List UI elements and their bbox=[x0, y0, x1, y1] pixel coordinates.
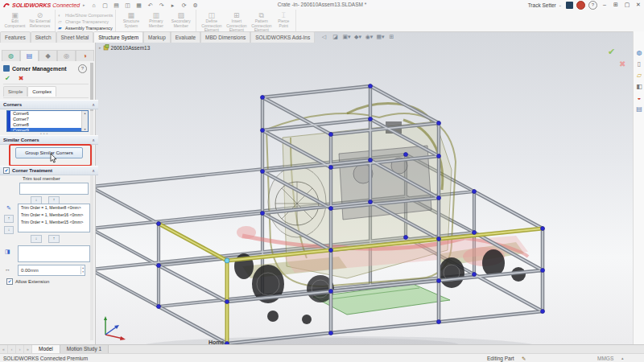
group-similar-corners-button[interactable]: Group Similar Corners bbox=[15, 147, 83, 158]
minimize-button[interactable]: – bbox=[599, 0, 610, 10]
design-library-icon[interactable]: ▱ bbox=[637, 72, 642, 79]
weld-gap-value[interactable]: 0.00mm bbox=[19, 268, 39, 273]
pattern-connection-element-button[interactable]: ⧉ Pattern Connection Element bbox=[249, 10, 274, 33]
options-icon[interactable]: ⚙ bbox=[190, 1, 201, 10]
3dexperience-globe-icon[interactable]: ◍ bbox=[637, 49, 642, 56]
undo-icon[interactable]: ↶ bbox=[145, 1, 156, 10]
restore-button[interactable]: ▢ bbox=[621, 0, 633, 10]
new-document-icon[interactable]: ▢ bbox=[100, 1, 111, 10]
pierce-point-button[interactable]: ⌶ Pierce Point bbox=[274, 10, 293, 28]
configuration-tab-icon[interactable]: ◆ bbox=[39, 50, 57, 61]
trim-order-item[interactable]: Trim Order = 1, Member16 <0mm> bbox=[19, 212, 89, 219]
list-scrollbar[interactable]: ▴ ▾ bbox=[81, 111, 88, 131]
trim-order-listbox[interactable]: Trim Order = 1, Member8 <0mm> Trim Order… bbox=[18, 204, 90, 232]
insert-connection-element-button[interactable]: ⊞ Insert Connection Element bbox=[224, 10, 249, 33]
collapse-icon[interactable]: ∧ bbox=[92, 138, 95, 142]
pm-ok-button[interactable]: ✔ bbox=[5, 75, 10, 82]
order-up-button[interactable]: ↑ bbox=[4, 215, 14, 223]
view-orientation-icon[interactable]: ▣▾ bbox=[342, 34, 351, 40]
file-explorer-icon[interactable]: ◧ bbox=[636, 83, 642, 90]
assembly-transparency-button[interactable]: ▰ Assembly Transparency bbox=[58, 25, 113, 31]
corner-list-item[interactable]: Corner6 bbox=[7, 111, 88, 117]
custom-properties-icon[interactable]: ▤ bbox=[636, 105, 642, 113]
display-style-icon[interactable]: ◆▾ bbox=[353, 34, 362, 40]
move-up-button[interactable]: ↑ bbox=[48, 235, 60, 243]
model-canvas[interactable] bbox=[96, 32, 634, 345]
confirm-cancel-icon[interactable]: ✖ bbox=[619, 60, 625, 68]
flyout-feature-tree[interactable]: ▸ 260610Assem13 bbox=[99, 44, 150, 51]
save-icon[interactable]: ◫ bbox=[122, 1, 134, 10]
edit-appearance-icon[interactable]: ▦▾ bbox=[376, 34, 385, 40]
view-settings-icon[interactable]: ⊞ bbox=[387, 34, 396, 40]
print-icon[interactable]: ▦ bbox=[134, 1, 145, 10]
tab-features[interactable]: Features bbox=[0, 31, 31, 43]
move-down-button[interactable]: ↓ bbox=[31, 235, 42, 243]
tab-complex[interactable]: Complex bbox=[27, 86, 56, 97]
home-icon[interactable]: ⌂ bbox=[89, 1, 100, 10]
edit-component-button[interactable]: ▣ Edit Component bbox=[2, 10, 27, 28]
allow-extension-checkbox[interactable]: ✔ bbox=[6, 278, 13, 285]
order-down-button[interactable]: ↓ bbox=[4, 226, 14, 234]
user-menu-chevron-icon[interactable]: ⌄ bbox=[559, 2, 562, 7]
tab-mbd-dimensions[interactable]: MBD Dimensions bbox=[200, 31, 250, 43]
previous-view-icon[interactable]: ◁ bbox=[320, 34, 328, 40]
corners-listbox[interactable]: Corner6 Corner7 Corner8 Corner9 ▴ ▾ bbox=[6, 110, 89, 132]
feedback-button[interactable]: ⊞ bbox=[610, 0, 621, 10]
open-document-icon[interactable]: ▤ bbox=[111, 1, 122, 10]
structure-system-button[interactable]: ▦ Structure System bbox=[118, 10, 143, 28]
tab-sheet-metal[interactable]: Sheet Metal bbox=[56, 31, 94, 43]
corner-list-item[interactable]: Corner7 bbox=[7, 117, 88, 122]
change-transparency-button[interactable]: ▱ Change Transparency bbox=[58, 19, 113, 24]
assembly-name[interactable]: 260610Assem13 bbox=[111, 45, 151, 51]
close-button[interactable]: ✕ bbox=[633, 0, 644, 10]
primary-member-button[interactable]: ▥ Primary Member bbox=[143, 10, 168, 28]
collapse-icon[interactable]: ∧ bbox=[92, 168, 95, 173]
corners-group-header[interactable]: Corners ∧ bbox=[0, 100, 98, 109]
corner-treatment-checkbox[interactable]: ✔ bbox=[3, 167, 10, 174]
secondary-member-button[interactable]: ▨ Secondary Member bbox=[168, 10, 193, 28]
corner-list-item[interactable]: Corner8 bbox=[7, 122, 88, 128]
appearances-icon[interactable]: ◒ bbox=[638, 94, 642, 101]
no-external-references-button[interactable]: ⊘ No External References bbox=[27, 10, 52, 28]
engine-assembly-ghost[interactable] bbox=[234, 104, 528, 324]
rebuild-icon[interactable]: ⟳ bbox=[179, 1, 190, 10]
collapse-icon[interactable]: ∧ bbox=[92, 102, 95, 107]
scroll-up-icon[interactable]: ▴ bbox=[82, 111, 88, 115]
weld-gap-spinner[interactable]: 0.00mm ▴ ▾ bbox=[18, 265, 85, 276]
spin-down-icon[interactable]: ▾ bbox=[82, 270, 84, 274]
tree-expand-icon[interactable]: ▸ bbox=[99, 45, 101, 50]
units-label[interactable]: MMGS bbox=[597, 354, 613, 362]
corner-treatment-group-header[interactable]: ✔ Corner Treatment ∧ bbox=[0, 166, 98, 175]
scroll-down-icon[interactable]: ▾ bbox=[82, 127, 88, 131]
trim-tool-member-box[interactable] bbox=[19, 183, 89, 195]
pm-help-icon[interactable]: ? bbox=[78, 64, 87, 73]
help-icon[interactable]: ? bbox=[588, 1, 597, 10]
member-selection-box[interactable] bbox=[18, 245, 90, 262]
3dexperience-tab-icon[interactable]: ◍ bbox=[2, 50, 20, 61]
tab-structure-system[interactable]: Structure System bbox=[93, 31, 143, 43]
tab-sketch[interactable]: Sketch bbox=[31, 31, 56, 43]
property-manager-tab-icon[interactable]: ▤ bbox=[20, 50, 39, 61]
user-name[interactable]: Track Setter bbox=[528, 2, 556, 8]
redo-icon[interactable]: ↷ bbox=[156, 1, 167, 10]
tab-simple[interactable]: Simple bbox=[3, 86, 27, 97]
hide-show-items-icon[interactable]: ◉▾ bbox=[365, 34, 374, 40]
trim-order-item[interactable]: Trim Order = 1, Member8 <0mm> bbox=[19, 204, 89, 212]
tab-evaluate[interactable]: Evaluate bbox=[171, 31, 200, 43]
3dexperience-app-icon[interactable] bbox=[566, 2, 573, 9]
status-caret-icon[interactable]: ▴ bbox=[621, 354, 624, 362]
pm-cancel-button[interactable]: ✖ bbox=[19, 75, 24, 82]
dimxpert-tab-icon[interactable]: ◎ bbox=[57, 50, 76, 61]
select-icon[interactable]: ▸ bbox=[167, 1, 179, 10]
tab-solidworks-add-ins[interactable]: SOLIDWORKS Add-Ins bbox=[250, 31, 315, 43]
trim-order-item[interactable]: Trim Order = 1, Member15 <0mm> bbox=[19, 219, 89, 226]
display-manager-tab-icon[interactable]: ◑ bbox=[76, 50, 94, 61]
tab-markup[interactable]: Markup bbox=[143, 31, 171, 43]
define-connection-element-button[interactable]: ◫ Define Connection Element bbox=[199, 10, 224, 33]
user-avatar[interactable] bbox=[576, 1, 585, 10]
trash-icon[interactable]: ▯ bbox=[638, 60, 641, 68]
confirm-ok-icon[interactable]: ✔ bbox=[608, 47, 615, 57]
graphics-viewport[interactable]: ◎ ⊡ ◁ ◪ ▣▾ ◆▾ ◉▾ ▦▾ ⊞ ▸ 260610Assem13 ✔ … bbox=[95, 31, 634, 345]
hide-show-components-button[interactable]: ◐ Hide/Show Components bbox=[58, 12, 113, 18]
section-view-icon[interactable]: ◪ bbox=[331, 34, 340, 40]
